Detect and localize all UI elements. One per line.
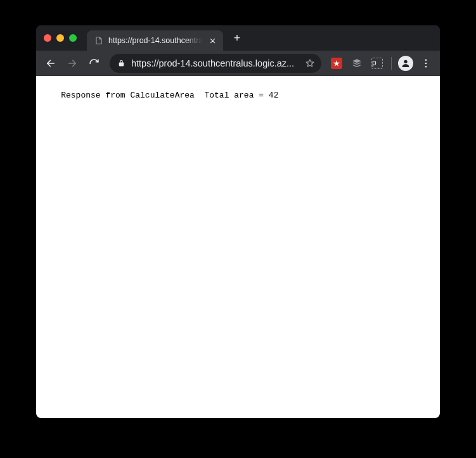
browser-window: https://prod-14.southcentralus +: [36, 25, 440, 418]
lastpass-icon: ★: [331, 58, 342, 69]
back-button[interactable]: [41, 54, 60, 73]
profile-button[interactable]: [398, 56, 413, 71]
svg-point-3: [425, 66, 427, 68]
extension-buffer[interactable]: [348, 54, 366, 72]
user-icon: [401, 58, 411, 68]
close-tab-button[interactable]: [208, 36, 217, 45]
lock-icon: [117, 59, 126, 68]
pocket-icon: p: [371, 58, 383, 69]
toolbar-separator: [391, 57, 392, 70]
extension-pocket[interactable]: p: [368, 54, 386, 72]
buffer-icon: [351, 58, 363, 69]
close-window-button[interactable]: [44, 34, 51, 42]
tab-title: https://prod-14.southcentralus: [108, 36, 203, 45]
bookmark-star-icon[interactable]: [305, 58, 315, 68]
fullscreen-window-button[interactable]: [69, 34, 77, 42]
tab-strip: https://prod-14.southcentralus +: [36, 25, 440, 51]
address-bar[interactable]: https://prod-14.southcentralus.logic.az.…: [110, 54, 321, 73]
page-viewport[interactable]: Response from CalculateArea Total area =…: [36, 76, 440, 418]
new-tab-button[interactable]: +: [228, 29, 246, 47]
address-bar-url: https://prod-14.southcentralus.logic.az.…: [131, 58, 300, 68]
reload-button[interactable]: [84, 54, 103, 73]
svg-point-0: [404, 60, 407, 63]
svg-point-2: [425, 63, 427, 65]
window-controls: [44, 34, 77, 42]
extension-lastpass[interactable]: ★: [328, 54, 345, 72]
forward-button[interactable]: [63, 54, 82, 73]
minimize-window-button[interactable]: [56, 34, 64, 42]
toolbar: https://prod-14.southcentralus.logic.az.…: [36, 51, 440, 76]
menu-button[interactable]: [417, 54, 435, 72]
svg-point-1: [425, 59, 427, 61]
tab-active[interactable]: https://prod-14.southcentralus: [87, 30, 223, 51]
file-icon: [94, 36, 103, 45]
kebab-menu-icon: [420, 58, 432, 69]
page-body-text: Response from CalculateArea Total area =…: [61, 91, 278, 100]
